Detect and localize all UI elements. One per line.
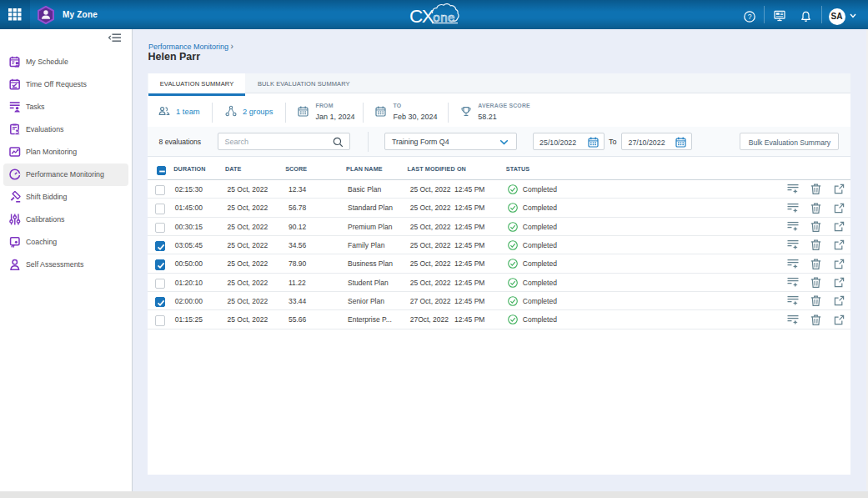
svg-text:CX: CX [409, 6, 434, 27]
svg-text:?: ? [747, 13, 751, 21]
svg-text:one: one [433, 10, 455, 24]
